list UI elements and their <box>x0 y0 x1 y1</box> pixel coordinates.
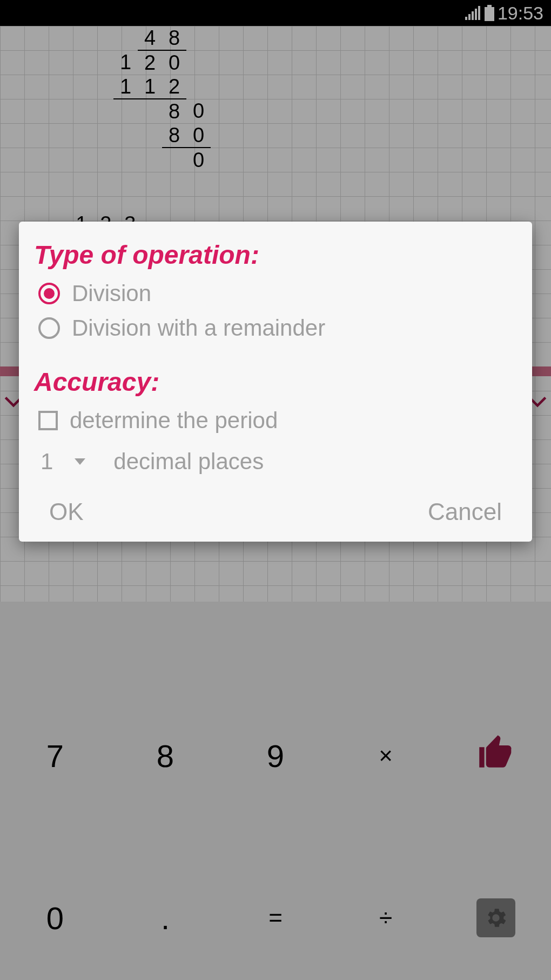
cancel-button[interactable]: Cancel <box>428 498 502 525</box>
heading-type: Type of operation: <box>34 240 517 270</box>
radio-remainder-label: Division with a remainder <box>72 315 325 341</box>
radio-checked-icon <box>38 283 60 304</box>
checkbox-period-label: determine the period <box>70 408 278 434</box>
heading-accuracy: Accuracy: <box>34 367 517 397</box>
decimal-places-spinner[interactable]: 1 <box>36 446 90 477</box>
radio-division[interactable]: Division <box>34 281 517 306</box>
ok-button[interactable]: OK <box>49 498 84 525</box>
caret-down-icon <box>75 458 85 465</box>
operation-dialog: Type of operation: Division Division wit… <box>19 222 532 542</box>
checkbox-determine-period[interactable]: determine the period <box>34 408 517 434</box>
radio-division-remainder[interactable]: Division with a remainder <box>34 315 517 341</box>
spinner-value: 1 <box>41 449 53 475</box>
checkbox-unchecked-icon <box>38 411 58 430</box>
radio-unchecked-icon <box>38 317 60 339</box>
spinner-label: decimal places <box>113 449 264 475</box>
radio-division-label: Division <box>72 281 151 306</box>
